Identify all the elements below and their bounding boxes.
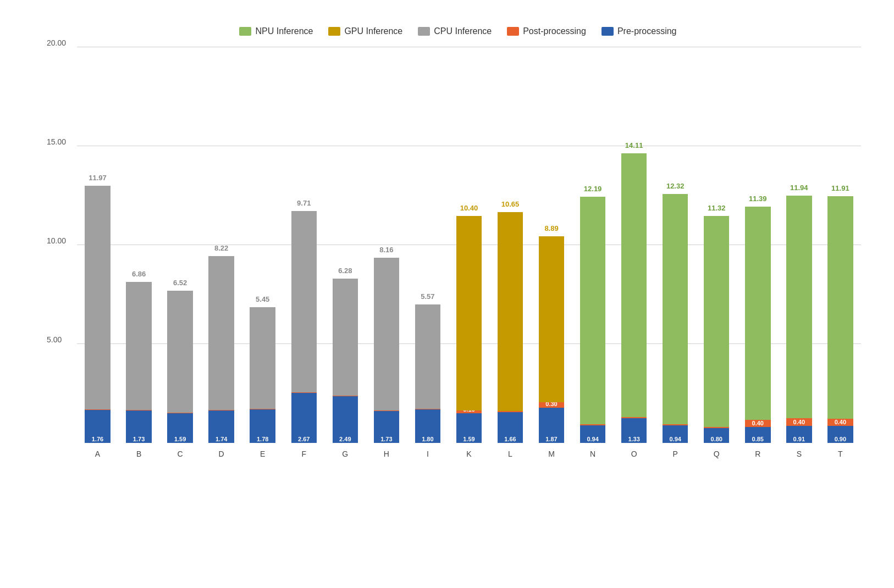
bar-value-R-post: 0.40 xyxy=(745,420,771,426)
bar-top-label-H: 8.16 xyxy=(379,246,393,254)
x-label-G: G xyxy=(342,450,348,458)
bar-group-F: 2.670.049.71F xyxy=(283,47,324,443)
bar-segment-I-pre: 1.80 xyxy=(415,409,441,443)
bar-value-R-pre: 0.85 xyxy=(745,436,771,442)
bar-group-N: 0.940.0512.19N xyxy=(572,47,614,443)
bar-value-D-pre: 1.74 xyxy=(208,436,234,442)
bar-segment-G-cpu: 6.28 xyxy=(333,279,358,396)
x-label-P: P xyxy=(673,450,678,458)
bar-value-S-pre: 0.91 xyxy=(786,436,812,442)
bar-stack-B: 1.730.036.86 xyxy=(126,282,152,443)
bar-top-label-I: 5.57 xyxy=(421,292,434,301)
bar-segment-D-cpu: 8.22 xyxy=(208,256,234,409)
bar-segment-M-post: 0.30 xyxy=(539,402,565,408)
bar-value-O-pre: 1.33 xyxy=(621,436,647,442)
bar-top-label-K: 10.40 xyxy=(460,204,478,212)
bar-segment-E-pre: 1.78 xyxy=(250,409,275,443)
bar-stack-D: 1.740.038.22 xyxy=(208,256,234,443)
bar-segment-T-pre: 0.90 xyxy=(827,426,853,443)
x-label-M: M xyxy=(548,450,555,458)
bar-value-C-pre: 1.59 xyxy=(167,436,193,442)
bar-top-label-R: 11.39 xyxy=(749,195,767,203)
bar-segment-M-gpu: 8.89 xyxy=(539,236,565,402)
legend-item-gpu: GPU Inference xyxy=(328,26,402,36)
legend-item-pre: Pre-processing xyxy=(601,26,677,36)
bar-segment-H-pre: 1.73 xyxy=(374,411,400,443)
legend-item-cpu: CPU Inference xyxy=(418,26,492,36)
bar-segment-I-post: 0.03 xyxy=(415,409,441,409)
post-legend-label: Post-processing xyxy=(523,26,586,36)
npu-legend-swatch xyxy=(239,27,251,36)
bar-top-label-P: 12.32 xyxy=(666,182,685,190)
bar-group-M: 1.870.308.89M xyxy=(531,47,572,443)
bar-group-A: 1.760.0311.97A xyxy=(77,47,118,443)
chart-container: NPU InferenceGPU InferenceCPU InferenceP… xyxy=(0,0,894,588)
x-label-F: F xyxy=(301,450,306,458)
bar-segment-K-pre: 1.59 xyxy=(456,413,482,443)
pre-legend-label: Pre-processing xyxy=(617,26,677,36)
bar-segment-G-pre: 2.49 xyxy=(333,396,358,443)
npu-legend-label: NPU Inference xyxy=(255,26,313,36)
bar-stack-S: 0.910.4011.94 xyxy=(786,196,812,443)
bar-segment-B-cpu: 6.86 xyxy=(126,282,152,410)
bar-segment-B-post: 0.03 xyxy=(126,410,152,411)
bar-top-label-G: 6.28 xyxy=(338,267,352,275)
bar-segment-C-pre: 1.59 xyxy=(167,413,193,443)
bar-segment-T-npu: 11.91 xyxy=(827,196,853,419)
bar-stack-C: 1.590.036.52 xyxy=(167,291,193,443)
bar-segment-Q-npu: 11.32 xyxy=(704,216,730,428)
bar-segment-F-pre: 2.67 xyxy=(291,393,317,443)
bar-value-H-pre: 1.73 xyxy=(374,436,400,442)
bar-segment-H-post: 0.02 xyxy=(374,411,400,411)
bar-value-F-pre: 2.67 xyxy=(291,436,317,442)
x-label-L: L xyxy=(508,450,512,458)
bar-segment-C-cpu: 6.52 xyxy=(167,291,193,413)
bar-value-A-pre: 1.76 xyxy=(85,436,111,442)
bar-segment-A-cpu: 11.97 xyxy=(85,186,111,409)
legend-item-post: Post-processing xyxy=(507,26,586,36)
bar-segment-B-pre: 1.73 xyxy=(126,411,152,443)
bar-top-label-Q: 11.32 xyxy=(708,204,726,212)
post-legend-swatch xyxy=(507,27,519,36)
x-label-A: A xyxy=(95,450,100,458)
bar-value-E-pre: 1.78 xyxy=(250,436,275,442)
bar-segment-R-pre: 0.85 xyxy=(745,427,771,443)
bar-group-B: 1.730.036.86B xyxy=(118,47,159,443)
bar-segment-H-cpu: 8.16 xyxy=(374,258,400,410)
x-label-K: K xyxy=(466,450,471,458)
x-label-N: N xyxy=(590,450,595,458)
legend: NPU InferenceGPU InferenceCPU InferenceP… xyxy=(44,26,872,36)
bar-segment-K-gpu: 10.40 xyxy=(456,216,482,411)
bar-group-E: 1.780.035.45E xyxy=(242,47,283,443)
bar-segment-L-post: 0.04 xyxy=(498,411,523,412)
bar-value-L-pre: 1.66 xyxy=(498,436,523,442)
bar-stack-K: 1.590.1610.40 xyxy=(456,216,482,443)
y-tick-label-15: 15.00 xyxy=(47,137,66,146)
bar-top-label-O: 14.11 xyxy=(625,141,643,149)
bar-top-label-E: 5.45 xyxy=(256,295,269,303)
bar-stack-Q: 0.800.0411.32 xyxy=(704,216,730,443)
x-label-C: C xyxy=(178,450,183,458)
bar-segment-D-post: 0.03 xyxy=(208,410,234,411)
bar-group-D: 1.740.038.22D xyxy=(201,47,242,443)
bar-value-N-pre: 0.94 xyxy=(580,436,606,442)
x-label-D: D xyxy=(219,450,224,458)
bar-stack-A: 1.760.0311.97 xyxy=(85,186,111,443)
x-label-T: T xyxy=(838,450,843,458)
bar-group-R: 0.850.4011.39R xyxy=(737,47,779,443)
bar-segment-Q-pre: 0.80 xyxy=(704,428,730,443)
bar-segment-P-pre: 0.94 xyxy=(663,425,688,443)
bar-segment-S-pre: 0.91 xyxy=(786,426,812,443)
bar-segment-F-cpu: 9.71 xyxy=(291,211,317,392)
x-label-H: H xyxy=(384,450,389,458)
bar-value-K-pre: 1.59 xyxy=(456,436,482,442)
bar-value-Q-pre: 0.80 xyxy=(704,436,730,442)
bar-value-S-post: 0.40 xyxy=(786,419,812,425)
bar-segment-D-pre: 1.74 xyxy=(208,411,234,443)
x-label-B: B xyxy=(136,450,141,458)
legend-item-npu: NPU Inference xyxy=(239,26,313,36)
bar-stack-I: 1.800.035.57 xyxy=(415,304,441,443)
x-label-O: O xyxy=(631,450,637,458)
bar-top-label-L: 10.65 xyxy=(501,200,520,208)
x-label-S: S xyxy=(797,450,802,458)
